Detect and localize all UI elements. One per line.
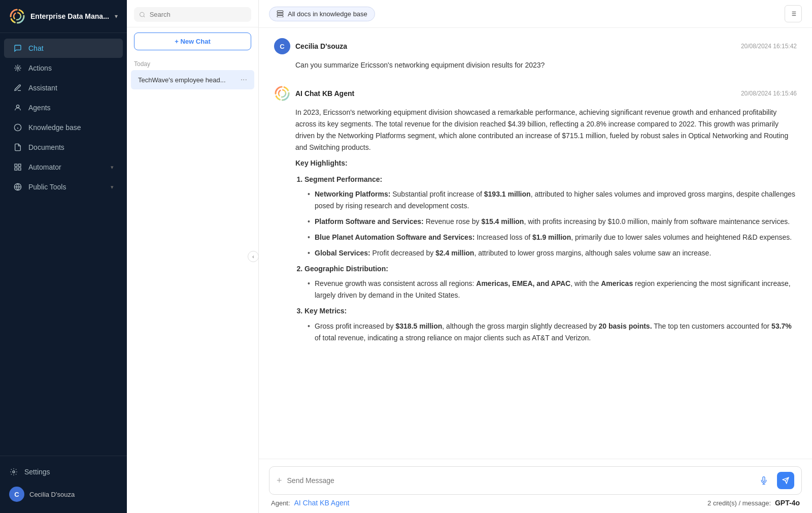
sidebar-item-actions[interactable]: Actions bbox=[4, 58, 123, 78]
key-highlights-label: Key Highlights: bbox=[295, 157, 797, 169]
database-icon bbox=[277, 10, 284, 17]
svg-point-23 bbox=[276, 87, 289, 100]
section-geographic-heading: Geographic Distribution: bbox=[304, 265, 388, 273]
sidebar-item-assistant[interactable]: Assistant bbox=[4, 78, 123, 98]
chat-item-more-icon[interactable]: ··· bbox=[241, 75, 247, 84]
logo-icon bbox=[9, 8, 25, 24]
sidebar-chat-label: Chat bbox=[28, 44, 44, 52]
sidebar-collapse-button[interactable]: ‹ bbox=[248, 251, 259, 262]
svg-point-24 bbox=[279, 90, 286, 97]
microphone-button[interactable] bbox=[756, 472, 772, 489]
public-tools-chevron-icon: ▾ bbox=[111, 184, 114, 190]
automator-chevron-icon: ▾ bbox=[111, 164, 114, 171]
sidebar-bottom: Settings C Cecilia D'souza bbox=[0, 456, 127, 513]
model-label: GPT-4o bbox=[775, 499, 800, 507]
search-icon bbox=[139, 11, 146, 18]
input-footer: Agent: AI Chat KB Agent 2 credit(s) / me… bbox=[269, 495, 802, 508]
user-message-header: C Cecilia D'souza 20/08/2024 16:15:42 bbox=[274, 38, 797, 54]
list-icon bbox=[790, 10, 797, 17]
svg-point-2 bbox=[17, 67, 19, 69]
sidebar-public-tools-label: Public Tools bbox=[28, 183, 66, 191]
svg-point-3 bbox=[16, 105, 19, 108]
documents-icon bbox=[13, 143, 22, 152]
svg-point-12 bbox=[140, 12, 144, 16]
sidebar-documents-label: Documents bbox=[28, 143, 64, 151]
sidebar-item-knowledge-base[interactable]: Knowledge base bbox=[4, 118, 123, 137]
ai-message-body: In 2023, Ericsson's networking equipment… bbox=[295, 107, 797, 344]
knowledge-base-icon bbox=[13, 123, 22, 132]
sidebar-assistant-label: Assistant bbox=[28, 84, 57, 92]
search-input[interactable] bbox=[150, 11, 246, 18]
sidebar-item-automator[interactable]: Automator ▾ bbox=[4, 157, 123, 177]
sidebar: Enterprise Data Mana... ▾ Chat Actions A… bbox=[0, 0, 127, 513]
segment-item-networking: Networking Platforms: Substantial profit… bbox=[304, 188, 797, 212]
today-label: Today bbox=[127, 55, 258, 70]
agent-name-link[interactable]: AI Chat KB Agent bbox=[294, 499, 349, 507]
agent-prefix: Agent: bbox=[271, 499, 290, 507]
sidebar-item-public-tools[interactable]: Public Tools ▾ bbox=[4, 177, 123, 197]
section-segment-performance: Segment Performance: Networking Platform… bbox=[304, 174, 797, 260]
user-message-sender: Cecilia D'souza bbox=[295, 42, 347, 50]
credits-info: 2 credit(s) / message: GPT-4o bbox=[707, 499, 800, 507]
knowledge-base-filter[interactable]: All docs in knowledge base bbox=[269, 7, 375, 21]
user-message-body: Can you summarize Ericsson's networking … bbox=[295, 59, 797, 71]
segment-item-blueplanet: Blue Planet Automation Software and Serv… bbox=[304, 232, 797, 243]
user-profile-item[interactable]: C Cecilia D'souza bbox=[4, 482, 123, 507]
sidebar-item-agents[interactable]: Agents bbox=[4, 98, 123, 117]
section-segment-heading: Segment Performance: bbox=[304, 175, 382, 183]
segment-items: Networking Platforms: Substantial profit… bbox=[304, 188, 797, 259]
user-message-time: 20/08/2024 16:15:42 bbox=[741, 43, 797, 50]
app-chevron-icon: ▾ bbox=[115, 13, 118, 20]
ai-message-time: 20/08/2024 16:15:46 bbox=[741, 90, 797, 97]
svg-rect-14 bbox=[277, 11, 283, 13]
sidebar-item-chat[interactable]: Chat bbox=[4, 39, 123, 58]
ai-message-intro: In 2023, Ericsson's networking equipment… bbox=[295, 107, 797, 153]
chat-icon bbox=[13, 44, 22, 53]
key-metrics-item-1: Gross profit increased by $318.5 million… bbox=[304, 320, 797, 344]
sidebar-agents-label: Agents bbox=[28, 104, 51, 112]
svg-rect-6 bbox=[18, 164, 21, 167]
user-avatar: C bbox=[9, 487, 24, 502]
sidebar-knowledge-base-label: Knowledge base bbox=[28, 123, 81, 132]
section-key-metrics: Key Metrics: Gross profit increased by $… bbox=[304, 305, 797, 343]
automator-icon bbox=[13, 163, 22, 172]
input-area: + Agent: AI Chat KB Agent 2 credit(s) / … bbox=[259, 459, 812, 513]
svg-point-1 bbox=[14, 13, 21, 20]
knowledge-base-label: All docs in knowledge base bbox=[288, 10, 367, 18]
main-header: All docs in knowledge base bbox=[259, 0, 812, 28]
key-metrics-items: Gross profit increased by $318.5 million… bbox=[304, 320, 797, 344]
assistant-icon bbox=[13, 83, 22, 92]
ai-message-avatar bbox=[274, 85, 290, 102]
svg-rect-7 bbox=[15, 168, 17, 170]
ai-message-block: AI Chat KB Agent 20/08/2024 16:15:46 In … bbox=[274, 85, 797, 344]
segment-item-global: Global Services: Profit decreased by $2.… bbox=[304, 247, 797, 259]
messages-area: C Cecilia D'souza 20/08/2024 16:15:42 Ca… bbox=[259, 28, 812, 459]
new-chat-button[interactable]: + New Chat bbox=[134, 33, 251, 50]
sidebar-nav: Chat Actions Assistant Agents bbox=[0, 33, 127, 456]
agent-info: Agent: AI Chat KB Agent bbox=[271, 499, 349, 507]
header-list-view-button[interactable] bbox=[785, 5, 802, 22]
app-logo[interactable]: Enterprise Data Mana... ▾ bbox=[0, 0, 127, 33]
message-input-wrap: + bbox=[269, 466, 802, 495]
chat-list-panel: + New Chat Today TechWave's employee hea… bbox=[127, 0, 259, 513]
user-message-text: Can you summarize Ericsson's networking … bbox=[295, 59, 797, 71]
agents-icon bbox=[13, 103, 22, 112]
settings-icon bbox=[9, 467, 18, 476]
geographic-items: Revenue growth was consistent across all… bbox=[304, 278, 797, 301]
ai-message-sections: Segment Performance: Networking Platform… bbox=[295, 174, 797, 344]
svg-line-13 bbox=[144, 16, 145, 17]
microphone-icon bbox=[760, 476, 768, 485]
chat-item-title: TechWave's employee head... bbox=[138, 76, 241, 84]
user-message-avatar: C bbox=[274, 38, 290, 54]
message-input[interactable] bbox=[287, 476, 751, 485]
settings-nav-item[interactable]: Settings bbox=[4, 462, 123, 482]
app-title: Enterprise Data Mana... bbox=[30, 12, 110, 20]
send-button[interactable] bbox=[777, 472, 794, 489]
chat-list-item[interactable]: TechWave's employee head... ··· bbox=[131, 70, 254, 89]
svg-rect-5 bbox=[15, 164, 17, 167]
attach-button[interactable]: + bbox=[277, 475, 282, 486]
svg-point-11 bbox=[13, 471, 15, 473]
sidebar-item-documents[interactable]: Documents bbox=[4, 138, 123, 157]
svg-rect-16 bbox=[277, 16, 283, 18]
sidebar-actions-label: Actions bbox=[28, 64, 52, 72]
